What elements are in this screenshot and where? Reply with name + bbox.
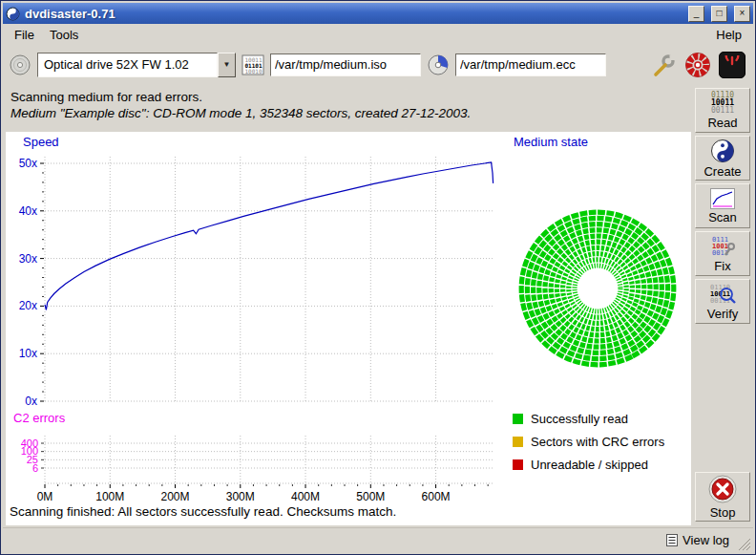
ecc-file-icon (427, 53, 450, 76)
legend-swatch-unreadable (513, 459, 523, 470)
speed-ytick-label: 40x (19, 204, 37, 218)
stop-icon (707, 474, 738, 504)
xtick-label: 500M (356, 490, 385, 503)
legend-swatch-crc (513, 437, 523, 447)
toolbar: Optical drive 52X FW 1.02 ▼ 10011 01101 … (3, 45, 753, 84)
wrench-icon (652, 53, 677, 77)
medium-state-legend: Successfully read Sectors with CRC error… (513, 407, 664, 476)
scan-result-status: Scanning finished: All sectors successfu… (10, 504, 396, 519)
app-window: dvdisaster-0.71 _ □ × File Tools Help Op… (0, 0, 756, 555)
view-log-label: View log (682, 533, 729, 547)
view-log-button[interactable]: View log (661, 531, 735, 549)
speed-ytick-label: 0x (25, 395, 37, 408)
action-sidebar: 01110 10011 00111 Read Create (692, 84, 753, 527)
drive-icon (9, 53, 32, 76)
ecc-path-input[interactable] (455, 53, 606, 76)
iso-path-input[interactable] (270, 53, 421, 76)
xtick-label: 600M (422, 490, 451, 503)
status-line-1: Scanning medium for read errors. (10, 89, 692, 105)
legend-item-unreadable: Unreadable / skipped (513, 453, 664, 476)
create-button[interactable]: Create (695, 136, 750, 181)
fix-tools-icon: 0111 1001 0011 (710, 235, 735, 258)
xtick-label: 0M (37, 490, 53, 503)
power-icon (723, 55, 742, 75)
create-button-label: Create (704, 164, 741, 179)
speed-chart-title: Speed (23, 135, 59, 149)
mini-chart-icon (710, 188, 735, 209)
iso-file-icon: 10011 01101 10010 (242, 54, 264, 75)
verify-button[interactable]: 01110 10011 00111 Verify (695, 279, 750, 324)
menu-file[interactable]: File (7, 26, 42, 44)
main-area: Scanning medium for read errors. Medium … (3, 84, 753, 527)
medium-state-disc (495, 186, 691, 392)
svg-text:00111: 00111 (710, 297, 730, 305)
xtick-label: 300M (226, 490, 255, 503)
scan-button[interactable]: Scan (695, 183, 750, 228)
chevron-down-icon[interactable]: ▼ (218, 53, 236, 77)
status-heading: Scanning medium for read errors. Medium … (3, 84, 692, 132)
speed-ytick-label: 30x (19, 252, 37, 266)
fix-button-label: Fix (714, 259, 730, 273)
drive-select-value: Optical drive 52X FW 1.02 (37, 53, 218, 77)
stop-button[interactable]: Stop (695, 472, 750, 522)
fix-button[interactable]: 0111 1001 0011 Fix (695, 231, 750, 276)
c2-ytick-label: 6 (32, 462, 38, 474)
quit-button[interactable] (719, 52, 746, 78)
stop-button-label: Stop (710, 505, 736, 520)
titlebar[interactable]: dvdisaster-0.71 _ □ × (3, 3, 753, 24)
legend-item-success: Successfully read (513, 407, 664, 430)
legend-swatch-success (513, 414, 523, 424)
close-button[interactable]: × (734, 6, 750, 22)
window-title: dvdisaster-0.71 (25, 7, 682, 21)
read-button-label: Read (707, 116, 737, 130)
help-button[interactable] (685, 53, 710, 77)
xtick-label: 100M (95, 490, 124, 503)
read-button[interactable]: 01110 10011 00111 Read (695, 88, 750, 133)
verify-button-label: Verify (707, 307, 739, 321)
log-icon (666, 534, 678, 546)
svg-text:10010: 10010 (245, 68, 262, 75)
preferences-button[interactable] (652, 53, 677, 77)
drive-select[interactable]: Optical drive 52X FW 1.02 ▼ (37, 53, 236, 77)
xtick-label: 400M (291, 490, 320, 503)
app-icon (6, 7, 20, 21)
medium-state-title: Medium state (514, 135, 588, 149)
content-column: Scanning medium for read errors. Medium … (3, 84, 692, 527)
minimize-button[interactable]: _ (688, 6, 704, 22)
yin-yang-icon (710, 139, 735, 163)
speed-ytick-label: 20x (19, 299, 37, 312)
speed-curve (45, 162, 494, 310)
speed-ytick-label: 50x (19, 157, 37, 170)
drawing-area: 0x10x20x30x40x50x0M100M200M300M400M500M6… (6, 132, 691, 525)
statusbar: View log (3, 527, 753, 552)
resize-grip[interactable] (739, 539, 751, 551)
menu-help[interactable]: Help (708, 26, 749, 44)
legend-item-crc: Sectors with CRC errors (513, 430, 664, 453)
menubar: File Tools Help (3, 24, 753, 45)
status-line-2: Medium "Example disc": CD-ROM mode 1, 35… (10, 105, 692, 121)
speed-ytick-label: 10x (19, 347, 37, 360)
menu-tools[interactable]: Tools (42, 26, 86, 44)
toolbar-right (652, 52, 747, 78)
scan-button-label: Scan (708, 210, 737, 224)
magnifier-bits-icon: 01110 10011 00111 (709, 283, 736, 306)
dvdisaster-disc-icon (685, 53, 710, 77)
maximize-button[interactable]: □ (711, 6, 727, 22)
binary-read-icon: 01110 10011 00111 (711, 92, 734, 115)
xtick-label: 200M (161, 490, 190, 503)
c2-errors-title: C2 errors (13, 411, 65, 425)
